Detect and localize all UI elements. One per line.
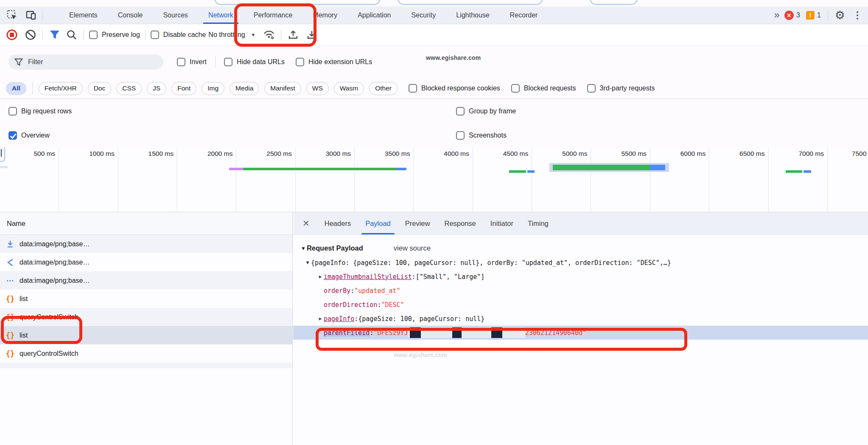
checkbox[interactable] — [587, 84, 596, 93]
tab-security[interactable]: Security — [401, 6, 446, 24]
3rd-party-requests-checkbox[interactable]: 3rd-party requests — [587, 84, 655, 93]
collapsed-triangle-icon[interactable]: ▶ — [317, 274, 324, 279]
checkbox[interactable] — [296, 58, 304, 66]
payload-line-parent-file-id[interactable]: parentFileId: "DFESz9YJ23062121490640d" — [293, 326, 868, 340]
checkbox[interactable] — [456, 131, 465, 140]
detail-tab-initiator[interactable]: Initiator — [483, 212, 521, 234]
checkbox[interactable] — [151, 31, 159, 39]
bar-segment-blue — [650, 165, 665, 170]
collapsed-triangle-icon[interactable]: ▶ — [317, 316, 324, 321]
checkbox[interactable] — [177, 58, 185, 66]
inspect-element-icon[interactable] — [6, 9, 19, 22]
tab-lighthouse[interactable]: Lighthouse — [446, 6, 499, 24]
chip-css[interactable]: CSS — [116, 82, 142, 95]
checkbox[interactable] — [224, 58, 232, 66]
disable-cache-checkbox[interactable]: Disable cache — [151, 31, 206, 39]
chip-doc[interactable]: Doc — [88, 82, 112, 95]
request-row-list[interactable]: {}list — [0, 290, 292, 308]
tab-performance[interactable]: Performance — [244, 6, 303, 24]
throttling-select[interactable]: No throttling — [208, 31, 245, 39]
name-column-header[interactable]: Name — [0, 212, 292, 235]
request-row-data-image-png-base-[interactable]: ⋯data:image/png;base… — [0, 271, 292, 290]
payload-string-value: "DESC" — [381, 301, 404, 309]
kebab-menu-icon[interactable]: ⋮ — [851, 10, 864, 21]
payload-text: : — [377, 301, 381, 309]
import-har-icon[interactable] — [286, 28, 300, 42]
payload-line[interactable]: ▼{pageInfo: {pageSize: 100, pageCursor: … — [293, 256, 868, 270]
console-error-badge[interactable]: ✕ 3 — [784, 11, 800, 20]
chip-wasm[interactable]: Wasm — [334, 82, 364, 95]
detail-tab-preview[interactable]: Preview — [398, 212, 437, 234]
close-icon[interactable]: ✕ — [299, 217, 313, 230]
hide-data-urls-checkbox[interactable]: Hide data URLs — [224, 58, 285, 66]
detail-tab-payload[interactable]: Payload — [358, 212, 398, 234]
checkbox[interactable] — [89, 31, 98, 39]
hide-extension-urls-checkbox[interactable]: Hide extension URLs — [296, 58, 372, 66]
dropdown-caret-icon[interactable]: ▼ — [251, 32, 256, 37]
request-row-data-image-png-base-[interactable]: data:image/png;base… — [0, 235, 292, 253]
screenshots-checkbox[interactable]: Screenshots — [456, 131, 507, 140]
checkbox-label: Blocked response cookies — [421, 84, 500, 92]
network-overview-timeline[interactable]: 500 ms1000 ms1500 ms2000 ms2500 ms3000 m… — [0, 147, 868, 212]
detail-tab-response[interactable]: Response — [437, 212, 483, 234]
request-row-data-image-png-base-[interactable]: data:image/png;base… — [0, 253, 292, 271]
tab-network[interactable]: Network — [198, 6, 244, 24]
more-tabs-icon[interactable]: » — [774, 9, 778, 22]
search-icon[interactable] — [65, 28, 78, 42]
invert-label: Invert — [190, 58, 207, 66]
checkbox[interactable] — [456, 107, 465, 115]
chip-font[interactable]: Font — [171, 82, 196, 95]
big-request-rows-checkbox[interactable]: Big request rows — [8, 107, 72, 115]
checkbox[interactable] — [511, 84, 520, 93]
timeline-tick-label: 500 ms — [34, 150, 56, 158]
checkbox-checked[interactable] — [8, 131, 17, 140]
filter-funnel-icon[interactable] — [48, 28, 62, 42]
request-row-list[interactable]: {}list — [0, 326, 292, 344]
export-har-icon[interactable] — [305, 28, 319, 42]
payload-line[interactable]: ▶imageThumbnailStyleList: ["Small", "Lar… — [293, 270, 868, 284]
network-conditions-icon[interactable] — [262, 28, 276, 42]
request-row-querycontrolswitch[interactable]: {}queryControlSwitch — [0, 308, 292, 326]
clear-network-log-icon[interactable] — [24, 28, 37, 42]
overview-checkbox[interactable]: Overview — [8, 131, 50, 140]
detail-tab-headers[interactable]: Headers — [317, 212, 358, 234]
console-warning-badge[interactable]: ! 1 — [806, 11, 821, 20]
filter-input[interactable] — [28, 58, 138, 66]
request-row-querycontrolswitch[interactable]: {}queryControlSwitch — [0, 344, 292, 363]
chip-img[interactable]: Img — [202, 82, 224, 95]
chip-other[interactable]: Other — [369, 82, 398, 95]
invert-checkbox[interactable]: Invert — [177, 58, 207, 66]
bar-segment-green — [243, 168, 397, 170]
payload-line[interactable]: ▶pageInfo: {pageSize: 100, pageCursor: n… — [293, 312, 868, 326]
tab-sources[interactable]: Sources — [153, 6, 198, 24]
collapse-triangle-icon[interactable]: ▼ — [301, 245, 306, 251]
tab-memory[interactable]: Memory — [302, 6, 347, 24]
detail-tab-timing[interactable]: Timing — [521, 212, 556, 234]
chip-ws[interactable]: WS — [306, 82, 329, 95]
chip-all[interactable]: All — [6, 82, 26, 95]
expanded-triangle-icon[interactable]: ▼ — [304, 260, 311, 265]
payload-line[interactable]: orderDirection: "DESC" — [293, 298, 868, 312]
view-source-link[interactable]: view source — [394, 244, 431, 252]
blocked-requests-checkbox[interactable]: Blocked requests — [511, 84, 576, 93]
group-by-frame-checkbox[interactable]: Group by frame — [456, 107, 516, 115]
filter-input-pill[interactable] — [8, 54, 163, 70]
chip-media[interactable]: Media — [230, 82, 259, 95]
tab-console[interactable]: Console — [108, 6, 153, 24]
blocked-response-cookies-checkbox[interactable]: Blocked response cookies — [409, 84, 500, 93]
device-toolbar-icon[interactable] — [25, 9, 37, 22]
chip-js[interactable]: JS — [147, 82, 166, 95]
payload-line[interactable]: orderBy: "updated_at" — [293, 284, 868, 298]
chip-manifest[interactable]: Manifest — [264, 82, 301, 95]
record-network-log-icon[interactable] — [5, 28, 19, 42]
settings-gear-icon[interactable]: ⚙ — [835, 10, 845, 21]
preserve-log-checkbox[interactable]: Preserve log — [89, 31, 140, 39]
timeline-resource-bar — [786, 170, 811, 173]
tab-recorder[interactable]: Recorder — [500, 6, 548, 24]
checkbox[interactable] — [8, 107, 17, 115]
timeline-gridline: 6500 ms — [709, 147, 768, 212]
chip-fetch-xhr[interactable]: Fetch/XHR — [39, 82, 83, 95]
checkbox[interactable] — [409, 84, 417, 93]
tab-elements[interactable]: Elements — [59, 6, 108, 24]
tab-application[interactable]: Application — [347, 6, 401, 24]
